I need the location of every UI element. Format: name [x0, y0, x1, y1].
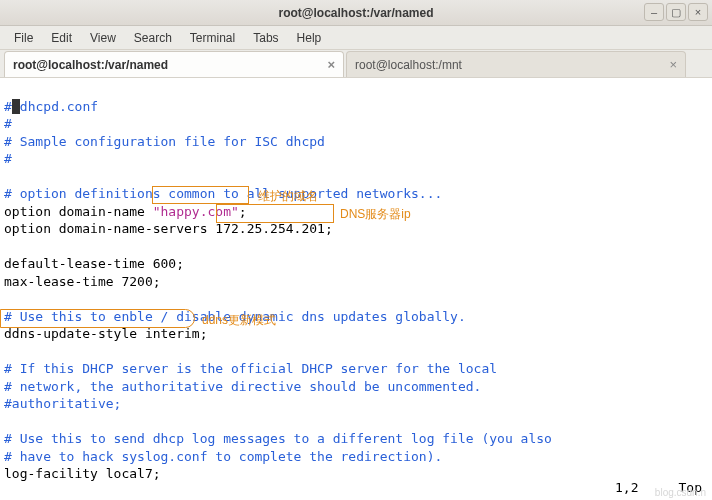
tab-label: root@localhost:/var/named — [13, 58, 317, 72]
code-line: # network, the authoritative directive s… — [4, 379, 481, 394]
scroll-position: Top — [679, 479, 702, 497]
menu-view[interactable]: View — [82, 28, 124, 48]
code-line: # Use this to enble / disable dynamic dn… — [4, 309, 466, 324]
tab-label: root@localhost:/mnt — [355, 58, 659, 72]
menu-search[interactable]: Search — [126, 28, 180, 48]
annotation-label-dns: DNS服务器ip — [340, 206, 411, 224]
code-line: #dhcpd.conf — [4, 99, 98, 114]
terminal-content[interactable]: #dhcpd.conf # # Sample configuration fil… — [0, 78, 712, 500]
code-line: # — [4, 116, 12, 131]
menu-edit[interactable]: Edit — [43, 28, 80, 48]
code-line: # have to hack syslog.conf to complete t… — [4, 449, 442, 464]
menu-file[interactable]: File — [6, 28, 41, 48]
maximize-button[interactable]: ▢ — [666, 3, 686, 21]
code-line: ddns-update-style interim; — [4, 326, 208, 341]
menu-terminal[interactable]: Terminal — [182, 28, 243, 48]
cursor-position: 1,2 — [615, 479, 638, 497]
window-controls: – ▢ × — [644, 3, 708, 21]
code-line: default-lease-time 600; — [4, 256, 184, 271]
close-button[interactable]: × — [688, 3, 708, 21]
menu-tabs[interactable]: Tabs — [245, 28, 286, 48]
code-line: # Use this to send dhcp log messages to … — [4, 431, 552, 446]
terminal-tab-inactive[interactable]: root@localhost:/mnt × — [346, 51, 686, 77]
code-line: #authoritative; — [4, 396, 121, 411]
code-line: # If this DHCP server is the official DH… — [4, 361, 497, 376]
code-line: option domain-name-servers 172.25.254.20… — [4, 221, 333, 236]
menu-bar: File Edit View Search Terminal Tabs Help — [0, 26, 712, 50]
tab-close-icon[interactable]: × — [327, 57, 335, 72]
code-line: max-lease-time 7200; — [4, 274, 161, 289]
minimize-button[interactable]: – — [644, 3, 664, 21]
window-title: root@localhost:/var/named — [278, 6, 433, 20]
code-line: log-facility local7; — [4, 466, 161, 481]
code-line: # Sample configuration file for ISC dhcp… — [4, 134, 325, 149]
vim-status: 1,2 Top — [615, 479, 702, 497]
code-line: # option definitions common to all suppo… — [4, 186, 442, 201]
tab-bar: root@localhost:/var/named × root@localho… — [0, 50, 712, 78]
window-titlebar: root@localhost:/var/named – ▢ × — [0, 0, 712, 26]
code-line: # — [4, 151, 12, 166]
tab-close-icon[interactable]: × — [669, 57, 677, 72]
terminal-tab-active[interactable]: root@localhost:/var/named × — [4, 51, 344, 77]
menu-help[interactable]: Help — [289, 28, 330, 48]
code-line: option domain-name "happy.com"; — [4, 204, 247, 219]
text-cursor — [12, 99, 20, 114]
